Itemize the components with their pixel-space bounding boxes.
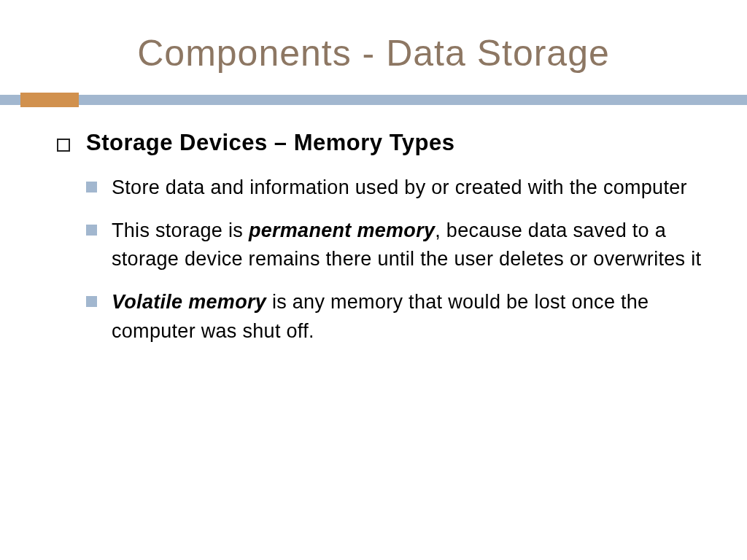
slide-title: Components - Data Storage [0, 32, 747, 74]
square-bullet-filled-icon [86, 225, 97, 236]
bullet-text-1: Store data and information used by or cr… [112, 174, 687, 202]
list-item: This storage is permanent memory, becaus… [86, 217, 703, 273]
accent-bar [0, 95, 747, 105]
text-fragment: This storage is [112, 219, 249, 241]
emphasized-term: Volatile memory [112, 291, 266, 313]
sub-list: Store data and information used by or cr… [57, 174, 703, 346]
list-item: Volatile memory is any memory that would… [86, 288, 703, 345]
content-area: Storage Devices – Memory Types Store dat… [57, 130, 703, 360]
bullet-text-3: Volatile memory is any memory that would… [112, 288, 703, 345]
bullet-text-2: This storage is permanent memory, becaus… [112, 217, 703, 273]
main-heading-row: Storage Devices – Memory Types [57, 130, 703, 156]
emphasized-term: permanent memory [249, 219, 435, 241]
list-item: Store data and information used by or cr… [86, 174, 703, 202]
title-area: Components - Data Storage [0, 0, 747, 74]
square-bullet-filled-icon [86, 296, 97, 307]
accent-tab [20, 93, 79, 107]
square-bullet-outline-icon [57, 139, 70, 152]
main-heading-text: Storage Devices – Memory Types [86, 130, 454, 156]
square-bullet-filled-icon [86, 182, 97, 192]
